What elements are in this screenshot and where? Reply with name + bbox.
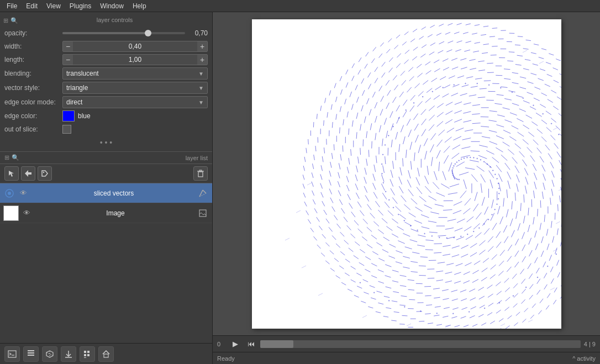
layer-controls-panel: ⊞ 🔍 layer controls opacity: 0,70 width: <box>0 12 212 152</box>
home-button[interactable] <box>98 346 114 362</box>
edge-color-swatch[interactable] <box>62 110 75 122</box>
menu-view[interactable]: View <box>42 1 65 11</box>
skip-back-button[interactable]: ⏮ <box>245 338 257 350</box>
svg-rect-12 <box>8 351 16 357</box>
layer-item-image[interactable]: 👁 Image <box>0 203 212 223</box>
box3d-icon <box>45 350 54 358</box>
menu-edit[interactable]: Edit <box>22 1 42 11</box>
cursor-icon <box>8 170 15 177</box>
edge-color-value: blue <box>78 112 91 120</box>
svg-rect-16 <box>28 350 34 351</box>
svg-rect-24 <box>87 354 90 356</box>
layer-type-icon-sliced-vectors <box>3 187 15 199</box>
svg-point-1085 <box>498 188 499 189</box>
width-spinner[interactable]: − 0,40 + <box>62 41 208 52</box>
svg-point-1119 <box>422 96 423 97</box>
svg-point-1091 <box>488 219 489 220</box>
svg-point-1074 <box>470 157 471 158</box>
svg-point-1064 <box>451 171 452 172</box>
edge-color-mode-value: direct <box>66 98 198 106</box>
svg-point-1071 <box>461 159 462 160</box>
blending-dropdown[interactable]: translucent ▼ <box>62 67 208 80</box>
apps-button[interactable] <box>80 346 95 362</box>
layer-name-image: Image <box>34 209 197 217</box>
layer-visibility-image[interactable]: 👁 <box>21 209 32 217</box>
svg-point-1097 <box>453 237 454 238</box>
svg-point-1106 <box>393 207 394 208</box>
timeline-bar[interactable] <box>260 340 581 348</box>
svg-point-1102 <box>417 230 418 231</box>
layer-item-sliced-vectors[interactable]: 👁 sliced vectors <box>0 183 212 203</box>
blending-label: blending: <box>4 70 62 77</box>
svg-rect-27 <box>252 19 561 329</box>
layers-button[interactable] <box>23 346 39 362</box>
svg-point-1103 <box>410 225 411 226</box>
opacity-slider-track[interactable] <box>62 32 185 34</box>
svg-marker-0 <box>9 171 14 177</box>
tag-tool-button[interactable] <box>38 166 52 181</box>
svg-rect-25 <box>84 357 86 358</box>
opacity-slider-thumb[interactable] <box>145 30 151 36</box>
svg-point-1079 <box>487 163 488 165</box>
width-decrement-button[interactable]: − <box>63 41 73 51</box>
svg-rect-5 <box>199 170 202 171</box>
sliced-vectors-icon <box>4 188 14 198</box>
svg-point-1070 <box>458 160 459 161</box>
svg-point-1086 <box>498 193 499 194</box>
svg-point-1155 <box>360 282 361 283</box>
svg-point-1101 <box>424 233 425 234</box>
svg-point-1123 <box>465 83 466 84</box>
menu-window[interactable]: Window <box>96 1 128 11</box>
length-value: 1,00 <box>73 56 197 64</box>
length-increment-button[interactable]: + <box>197 55 207 65</box>
svg-point-1124 <box>476 83 477 84</box>
svg-point-1141 <box>556 254 557 255</box>
svg-point-1092 <box>483 223 485 224</box>
svg-point-1081 <box>492 170 493 171</box>
menu-help[interactable]: Help <box>128 1 151 11</box>
svg-point-1105 <box>398 214 399 215</box>
svg-rect-21 <box>84 351 86 353</box>
arrow-tool-button[interactable] <box>21 166 35 181</box>
length-decrement-button[interactable]: − <box>63 55 73 65</box>
tag-icon <box>41 170 49 177</box>
delete-layer-button[interactable] <box>193 166 208 181</box>
svg-marker-1 <box>25 170 31 177</box>
out-of-slice-checkbox[interactable] <box>62 125 71 134</box>
layer-controls-icon2: 🔍 <box>10 17 18 24</box>
svg-point-1144 <box>525 287 527 288</box>
play-button[interactable]: ▶ <box>229 338 241 350</box>
svg-rect-23 <box>84 354 86 356</box>
image-layer-type-icon <box>198 209 207 218</box>
out-of-slice-row: out of slice: <box>0 123 212 136</box>
svg-point-2 <box>43 172 44 173</box>
svg-point-1089 <box>494 209 495 210</box>
svg-point-1096 <box>460 236 461 237</box>
box3d-button[interactable] <box>42 346 57 362</box>
activity-text[interactable]: ^ activity <box>572 355 596 362</box>
svg-point-1057 <box>459 179 460 180</box>
download-button[interactable] <box>61 346 76 362</box>
layer-controls-title: layer controls <box>20 15 209 25</box>
download-icon <box>64 350 73 358</box>
timeline-info: 4 | 9 <box>584 341 596 347</box>
width-increment-button[interactable]: + <box>197 41 207 51</box>
length-spinner[interactable]: − 1,00 + <box>62 54 208 65</box>
layer-visibility-sliced-vectors[interactable]: 👁 <box>18 189 29 197</box>
svg-point-1098 <box>446 238 447 239</box>
menu-file[interactable]: File <box>2 1 22 11</box>
svg-point-1067 <box>453 165 454 166</box>
layer-icon-type-image <box>197 209 209 218</box>
svg-point-1122 <box>453 84 454 85</box>
edge-color-row: edge color: blue <box>0 109 212 123</box>
canvas-viewport[interactable]: // We'll generate this with JS below <box>213 12 600 335</box>
svg-point-1083 <box>496 178 497 179</box>
vector-style-dropdown[interactable]: triangle ▼ <box>62 82 208 94</box>
edge-color-mode-dropdown[interactable]: direct ▼ <box>62 96 208 108</box>
blending-arrow-icon: ▼ <box>198 71 204 77</box>
menu-plugins[interactable]: Plugins <box>65 1 96 11</box>
edge-color-mode-row: edge color mode: direct ▼ <box>0 95 212 109</box>
terminal-button[interactable] <box>4 346 20 362</box>
svg-point-1062 <box>452 175 454 176</box>
select-tool-button[interactable] <box>4 166 19 181</box>
